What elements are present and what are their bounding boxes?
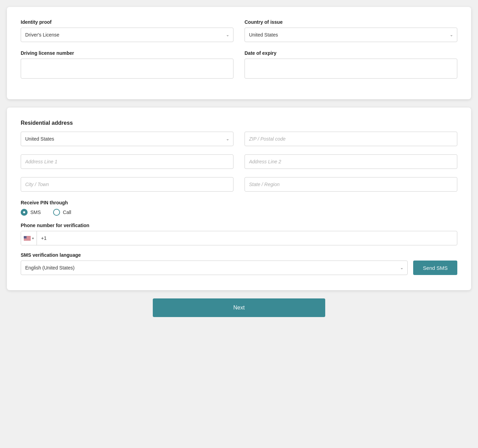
svg-point-27: [26, 237, 27, 238]
residential-address-title: Residential address: [21, 120, 457, 126]
identity-proof-select-wrapper: Driver's License Passport National ID ⌄: [21, 28, 233, 42]
sms-radio-button[interactable]: [21, 209, 28, 216]
call-radio-option[interactable]: Call: [53, 209, 71, 216]
svg-point-21: [26, 237, 26, 237]
residential-address-card: Residential address United States United…: [7, 108, 471, 290]
state-input[interactable]: [245, 177, 457, 192]
svg-point-24: [25, 237, 25, 238]
svg-point-16: [26, 236, 26, 237]
flag-chevron-icon: ▾: [32, 236, 34, 240]
country-of-issue-select-wrapper: United States United Kingdom Canada Aust…: [245, 28, 457, 42]
call-radio-button[interactable]: [53, 209, 60, 216]
send-sms-button[interactable]: Send SMS: [413, 261, 457, 275]
sms-language-section: SMS verification language English (Unite…: [21, 252, 457, 275]
phone-flag-selector[interactable]: ▾: [21, 231, 37, 245]
svg-point-23: [24, 237, 24, 238]
address-country-select-wrapper: United States United Kingdom Canada Aust…: [21, 132, 233, 146]
country-of-issue-label: Country of issue: [245, 19, 457, 25]
driving-license-group: Driving license number: [21, 50, 233, 79]
receive-pin-radio-group: SMS Call: [21, 209, 457, 216]
svg-point-19: [25, 237, 25, 237]
date-expiry-input[interactable]: [245, 59, 457, 79]
svg-rect-5: [24, 239, 31, 240]
address-country-group: United States United Kingdom Canada Aust…: [21, 132, 233, 146]
svg-rect-6: [24, 240, 31, 240]
license-row: Driving license number Date of expiry: [21, 50, 457, 79]
svg-point-14: [25, 236, 25, 237]
driving-license-input[interactable]: [21, 59, 233, 79]
svg-point-12: [26, 236, 27, 236]
address-line2-input[interactable]: [245, 154, 457, 169]
city-group: [21, 177, 233, 192]
us-flag-icon: [24, 236, 31, 241]
receive-pin-section: Receive PIN through SMS Call: [21, 200, 457, 216]
state-group: [245, 177, 457, 192]
svg-point-15: [25, 236, 26, 237]
city-state-row: [21, 177, 457, 192]
svg-point-25: [25, 237, 26, 238]
phone-label: Phone number for verification: [21, 223, 457, 228]
identity-proof-select[interactable]: Driver's License Passport National ID: [21, 28, 233, 42]
address-line1-input[interactable]: [21, 154, 233, 169]
date-expiry-group: Date of expiry: [245, 50, 457, 79]
address-lines-row: [21, 154, 457, 169]
address-line2-group: [245, 154, 457, 169]
identity-proof-label: Identity proof: [21, 19, 233, 25]
svg-rect-4: [24, 238, 31, 239]
country-of-issue-group: Country of issue United States United Ki…: [245, 19, 457, 42]
identity-row: Identity proof Driver's License Passport…: [21, 19, 457, 42]
zip-group: [245, 132, 457, 146]
phone-section: Phone number for verification: [21, 223, 457, 245]
zip-input[interactable]: [245, 132, 457, 146]
next-button[interactable]: Next: [153, 298, 325, 317]
sms-language-select[interactable]: English (United States) Spanish French G…: [21, 261, 408, 275]
svg-point-18: [24, 237, 24, 237]
sms-language-select-wrapper: English (United States) Spanish French G…: [21, 261, 408, 275]
address-line1-group: [21, 154, 233, 169]
svg-point-20: [25, 237, 26, 237]
country-of-issue-select[interactable]: United States United Kingdom Canada Aust…: [245, 28, 457, 42]
svg-point-26: [26, 237, 26, 238]
svg-point-17: [26, 236, 27, 237]
receive-pin-label: Receive PIN through: [21, 200, 457, 205]
phone-number-input[interactable]: [37, 232, 457, 244]
identity-proof-card: Identity proof Driver's License Passport…: [7, 7, 471, 99]
date-expiry-label: Date of expiry: [245, 50, 457, 56]
svg-point-8: [24, 236, 24, 236]
svg-point-11: [26, 236, 26, 236]
call-radio-label: Call: [63, 210, 71, 215]
city-input[interactable]: [21, 177, 233, 192]
sms-radio-label: SMS: [30, 210, 41, 215]
driving-license-label: Driving license number: [21, 50, 233, 56]
identity-proof-group: Identity proof Driver's License Passport…: [21, 19, 233, 42]
sms-radio-option[interactable]: SMS: [21, 209, 41, 216]
svg-point-10: [25, 236, 26, 236]
sms-row: English (United States) Spanish French G…: [21, 261, 457, 275]
svg-point-9: [25, 236, 25, 236]
svg-point-22: [26, 237, 27, 237]
svg-point-13: [24, 236, 24, 237]
sms-language-label: SMS verification language: [21, 252, 457, 258]
country-zip-row: United States United Kingdom Canada Aust…: [21, 132, 457, 146]
phone-input-wrapper: ▾: [21, 231, 457, 245]
address-country-select[interactable]: United States United Kingdom Canada Aust…: [21, 132, 233, 146]
